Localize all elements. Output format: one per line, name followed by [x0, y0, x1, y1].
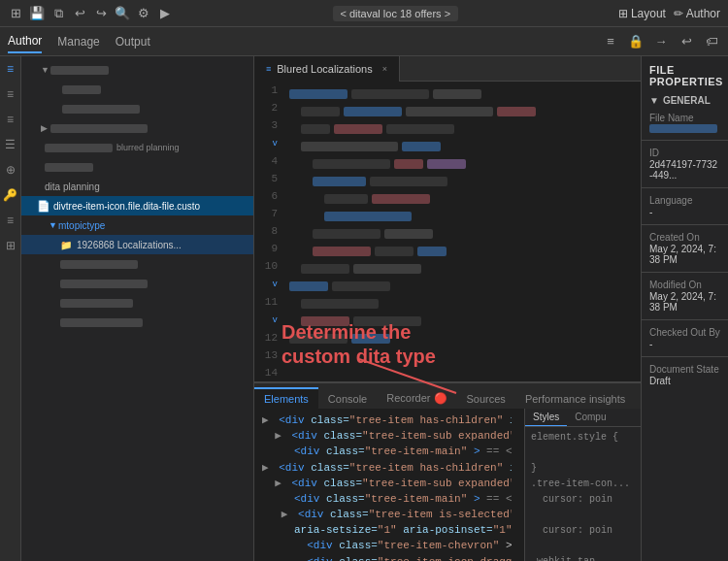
- tag-icon[interactable]: 🏷: [703, 33, 720, 50]
- style-line-6: [531, 509, 635, 522]
- file-prop-doc-state: Document State Draft: [642, 361, 728, 389]
- forward-icon[interactable]: →: [652, 33, 670, 50]
- tree-item-parent[interactable]: ▶: [21, 118, 253, 138]
- sidebar-icon-filter[interactable]: ≡: [2, 111, 19, 128]
- tree-item-mtopictype[interactable]: ▼ mtopictype: [21, 215, 253, 235]
- file-tree-panel: ▼ ▶ bl: [21, 56, 254, 561]
- top-bar: ⊞ 💾 ⧉ ↩ ↪ 🔍 ⚙ ▶ < ditaval loc 18 offers …: [0, 0, 728, 27]
- devtools-code-view: ▶ <div class="tree-item has-children" id…: [254, 409, 519, 561]
- sidebar-icon-list[interactable]: ≡: [2, 60, 19, 78]
- run-icon[interactable]: ▶: [157, 6, 173, 21]
- id-label: ID: [649, 148, 720, 158]
- tree-item-3[interactable]: [21, 99, 253, 118]
- devtools-right-tabs: Styles Compu: [525, 409, 641, 427]
- breadcrumb-area: < ditaval loc 18 offers >: [181, 6, 611, 21]
- sidebar-icon-layers[interactable]: ☰: [2, 136, 19, 153]
- tree-item-1[interactable]: ▼: [21, 60, 253, 80]
- file-props-section-general[interactable]: ▼ GENERAL: [642, 91, 728, 110]
- content-line-3: [289, 120, 633, 138]
- history-icon[interactable]: ↩: [678, 33, 695, 50]
- devtools-tab-computed[interactable]: Compu: [567, 409, 613, 426]
- tree-item-loc2[interactable]: [21, 274, 253, 293]
- created-label: Created On: [649, 232, 720, 243]
- code-line-9: <div class="tree-item-chevron" ></div> f…: [262, 538, 512, 554]
- content-line-10: [289, 243, 633, 260]
- devtools-tab-perf-insights[interactable]: Performance insights: [515, 388, 635, 409]
- search-top-icon[interactable]: 🔍: [115, 6, 130, 21]
- devtools-tab-elements[interactable]: Elements: [254, 387, 318, 409]
- editor-tab-label: Blured Localizations: [277, 63, 372, 75]
- layout-label[interactable]: ⊞ Layout: [618, 7, 666, 20]
- grid-icon[interactable]: ⊞: [8, 6, 23, 21]
- author-label[interactable]: ✏ Author: [674, 7, 720, 20]
- tree-item-dita-planning[interactable]: dita planning: [21, 177, 253, 196]
- devtools-right-panel: Styles Compu element.style { } .tree-ite…: [524, 409, 641, 561]
- sidebar-icon-add[interactable]: ⊕: [2, 161, 19, 179]
- settings-icon[interactable]: ⚙: [136, 6, 151, 21]
- file-tree: ▼ ▶ bl: [21, 56, 253, 336]
- general-section-label: GENERAL: [663, 95, 711, 106]
- modified-label: Modified On: [649, 280, 720, 290]
- file-prop-modified: Modified On May 2, 2024, 7:38 PM: [642, 277, 728, 315]
- copy-icon[interactable]: ⧉: [50, 6, 66, 21]
- devtools-tab-styles[interactable]: Styles: [525, 409, 567, 426]
- lock-icon[interactable]: 🔒: [627, 33, 645, 50]
- content-line-12: [289, 278, 633, 295]
- sidebar-icon-view[interactable]: ≡: [2, 85, 19, 103]
- file-prop-created: Created On May 2, 2024, 7:38 PM: [642, 229, 728, 268]
- content-line-13: [289, 295, 633, 313]
- doc-state-label: Document State: [649, 364, 720, 375]
- align-icon[interactable]: ≡: [602, 33, 619, 50]
- chevron-down-icon: ▼: [649, 95, 659, 106]
- tab-output[interactable]: Output: [116, 31, 150, 52]
- file-name-label: File Name: [649, 113, 720, 123]
- editor-tab-localizations[interactable]: ≡ Blured Localizations ×: [254, 56, 400, 82]
- content-line-9: [289, 225, 633, 243]
- file-props-header: FILE PROPERTIES: [642, 56, 728, 91]
- content-line-11: [289, 260, 633, 278]
- checked-out-label: Checked Out By: [649, 327, 720, 338]
- tab-bar: Author Manage Output ≡ 🔒 → ↩ 🏷: [0, 27, 728, 56]
- tree-item-loc1[interactable]: [21, 254, 253, 274]
- save-icon[interactable]: 💾: [29, 6, 45, 21]
- created-value: May 2, 2024, 7:38 PM: [649, 244, 720, 265]
- file-properties-panel: FILE PROPERTIES ▼ GENERAL File Name ID 2…: [641, 56, 728, 561]
- redo-icon[interactable]: ↪: [93, 6, 109, 21]
- content-line-2: [289, 103, 633, 120]
- file-prop-file-name: File Name: [642, 110, 728, 136]
- devtools-styles-content: element.style { } .tree-item-con... curs…: [525, 427, 641, 561]
- code-line-3: <div class="tree-item-main" > == </div> …: [262, 444, 512, 460]
- file-prop-checked-out: Checked Out By -: [642, 324, 728, 352]
- tree-item-sub1[interactable]: blurred planning: [21, 138, 253, 157]
- sidebar-icon-menu[interactable]: ≡: [2, 212, 19, 229]
- editor-tab-bar: ≡ Blured Localizations ×: [254, 56, 641, 82]
- tree-item-sub2[interactable]: [21, 157, 253, 177]
- undo-icon[interactable]: ↩: [72, 6, 87, 21]
- content-line-6: [289, 173, 633, 190]
- tree-item-localizations[interactable]: 📁 1926868 Localizations...: [21, 235, 253, 254]
- divider-2: [642, 187, 728, 188]
- sidebar-icon-grid[interactable]: ⊞: [2, 237, 19, 254]
- devtools-content-area: ▶ <div class="tree-item has-children" id…: [254, 409, 641, 561]
- devtools-tab-performance[interactable]: Performance: [635, 388, 641, 409]
- code-line-10: <div class="tree-item-icon draggable" di…: [262, 554, 512, 561]
- devtools-panel: Elements Console Recorder 🔴 Sources Perf…: [254, 381, 641, 561]
- tree-item-loc4[interactable]: [21, 313, 253, 332]
- code-line-8: aria-setsize="1" aria-posinset="1" dragg…: [262, 522, 512, 538]
- tree-item-2[interactable]: [21, 80, 253, 99]
- tree-item-loc3[interactable]: [21, 293, 253, 313]
- tab-manage[interactable]: Manage: [57, 31, 99, 52]
- divider-6: [642, 356, 728, 357]
- id-value: 2d474197-7732-449...: [649, 159, 720, 181]
- sidebar-icon-key[interactable]: 🔑: [2, 186, 19, 204]
- content-line-1: [289, 85, 633, 103]
- language-label: Language: [649, 195, 720, 206]
- tree-item-selected[interactable]: 📄 divtree-item-icon.file.dita-file.custo: [21, 196, 253, 215]
- file-prop-language: Language -: [642, 192, 728, 220]
- tab-actions: ≡ 🔒 → ↩ 🏷: [602, 33, 720, 50]
- language-value: -: [649, 207, 720, 217]
- file-name-value: [649, 124, 720, 133]
- annotation-arrow: [359, 340, 476, 398]
- tab-author[interactable]: Author: [8, 30, 42, 53]
- style-line-1: element.style {: [531, 431, 635, 445]
